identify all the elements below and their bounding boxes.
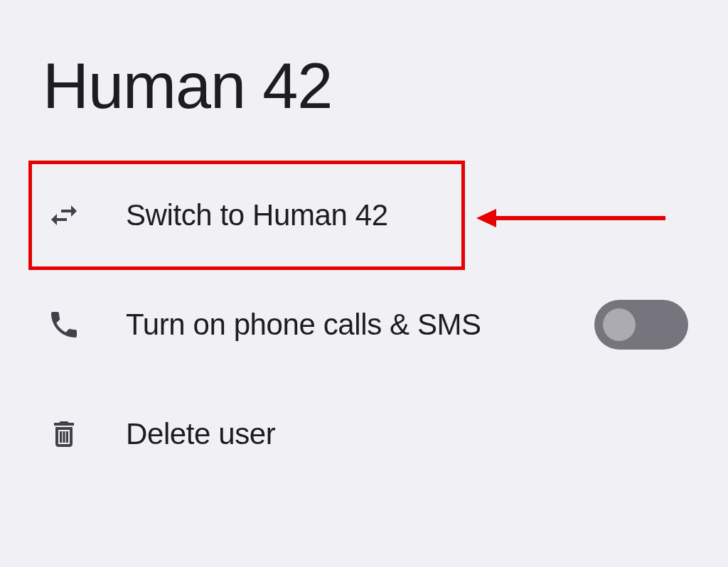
svg-rect-1 <box>63 431 65 443</box>
svg-rect-2 <box>66 431 68 443</box>
page-title: Human 42 <box>43 50 332 123</box>
settings-list: Switch to Human 42 Turn on phone calls &… <box>0 161 728 489</box>
phone-sms-row[interactable]: Turn on phone calls & SMS <box>0 270 728 379</box>
delete-user-row[interactable]: Delete user <box>0 379 728 489</box>
swap-icon <box>46 198 82 233</box>
trash-icon <box>46 416 82 452</box>
switch-user-label: Switch to Human 42 <box>126 198 688 232</box>
switch-user-row[interactable]: Switch to Human 42 <box>0 161 728 270</box>
phone-sms-label: Turn on phone calls & SMS <box>126 308 594 342</box>
phone-sms-toggle[interactable] <box>594 300 688 350</box>
toggle-knob <box>603 308 636 341</box>
delete-user-label: Delete user <box>126 417 688 451</box>
phone-icon <box>46 307 82 342</box>
svg-rect-0 <box>60 431 62 443</box>
